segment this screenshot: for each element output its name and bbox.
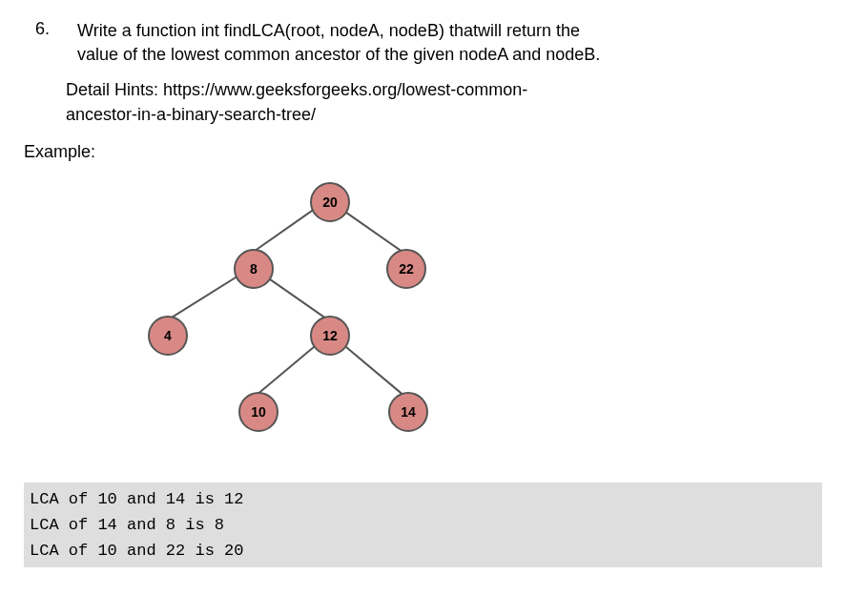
node-label: 12 [322,328,338,343]
example-output: LCA of 10 and 14 is 12 LCA of 14 and 8 i… [24,483,822,568]
node-label: 22 [399,261,414,277]
question-row: 6. Write a function int findLCA(root, no… [24,19,822,67]
tree-node-22: 22 [386,249,426,289]
tree-node-20: 20 [310,182,350,222]
edge-8-12 [261,273,333,323]
edge-20-22 [338,206,409,257]
tree-diagram: 20 8 22 4 12 10 14 [110,177,491,454]
output-line-2: LCA of 14 and 8 is 8 [30,512,816,538]
output-line-3: LCA of 10 and 22 is 20 [30,538,816,564]
question-number: 6. [24,19,62,67]
tree-node-10: 10 [238,392,279,432]
question-line-1: Write a function int findLCA(root, nodeA… [77,21,580,40]
edge-20-8 [249,204,320,255]
node-label: 14 [401,404,416,420]
tree-node-8: 8 [234,249,274,289]
node-label: 8 [250,261,258,277]
hints-block: Detail Hints: https://www.geeksforgeeks.… [66,78,822,126]
edge-12-14 [338,339,404,396]
node-label: 20 [322,195,338,210]
node-label: 10 [251,404,266,420]
question-text: Write a function int findLCA(root, nodeA… [77,19,822,67]
hints-line-1: Detail Hints: https://www.geeksforgeeks.… [66,80,527,99]
tree-node-4: 4 [148,316,188,356]
question-line-2: value of the lowest common ancestor of t… [77,45,600,64]
output-line-1: LCA of 10 and 14 is 12 [30,486,816,512]
tree-node-14: 14 [388,392,428,432]
tree-node-12: 12 [310,316,350,356]
edge-8-4 [163,271,245,323]
node-label: 4 [164,328,172,343]
hints-line-2: ancestor-in-a-binary-search-tree/ [66,105,316,124]
example-label: Example: [24,142,822,162]
